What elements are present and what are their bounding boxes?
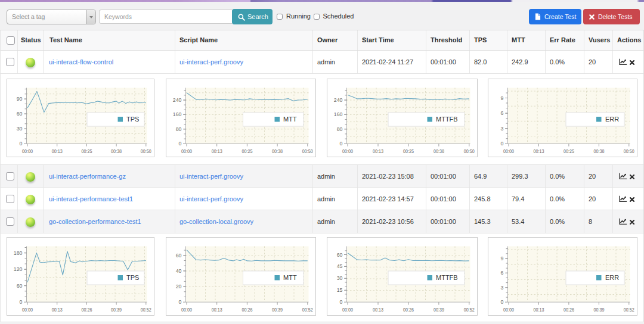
svg-text:00:38: 00:38	[272, 148, 283, 154]
svg-text:240: 240	[173, 97, 182, 103]
svg-text:00:50: 00:50	[141, 148, 151, 154]
svg-text:00:39: 00:39	[111, 307, 122, 313]
svg-text:00:25: 00:25	[81, 148, 92, 154]
svg-text:60: 60	[17, 283, 23, 289]
svg-text:00:52: 00:52	[464, 307, 475, 313]
svg-text:80: 80	[176, 126, 182, 132]
svg-text:00:25: 00:25	[403, 148, 414, 154]
svg-text:60: 60	[17, 111, 23, 117]
svg-text:0: 0	[20, 299, 23, 305]
svg-text:0: 0	[20, 141, 23, 147]
svg-text:00:13: 00:13	[373, 148, 383, 154]
svg-text:00:00: 00:00	[503, 148, 514, 154]
svg-text:00:00: 00:00	[342, 307, 353, 313]
svg-text:00:13: 00:13	[212, 307, 222, 313]
svg-text:00:00: 00:00	[503, 307, 514, 313]
svg-text:00:26: 00:26	[242, 307, 252, 313]
svg-text:0: 0	[501, 299, 504, 305]
svg-text:00:38: 00:38	[111, 148, 122, 154]
svg-text:180: 180	[14, 250, 23, 256]
svg-text:6: 6	[501, 270, 504, 276]
svg-text:00:13: 00:13	[373, 307, 383, 313]
svg-text:0: 0	[340, 299, 343, 305]
svg-text:45: 45	[337, 263, 343, 269]
svg-text:00:39: 00:39	[272, 307, 283, 313]
svg-text:00:13: 00:13	[534, 148, 544, 154]
svg-text:MTTFB: MTTFB	[436, 274, 458, 281]
svg-text:00:26: 00:26	[81, 307, 92, 313]
svg-text:00:13: 00:13	[212, 148, 222, 154]
svg-text:MTTFB: MTTFB	[436, 116, 458, 123]
svg-text:60: 60	[176, 253, 182, 258]
svg-text:00:50: 00:50	[302, 148, 313, 154]
svg-text:00:38: 00:38	[434, 148, 444, 154]
svg-text:0: 0	[340, 141, 343, 147]
svg-text:00:00: 00:00	[342, 148, 353, 154]
svg-text:MTT: MTT	[283, 116, 297, 123]
svg-text:00:26: 00:26	[403, 307, 414, 313]
svg-text:240: 240	[334, 97, 343, 103]
svg-text:MTT: MTT	[283, 274, 297, 281]
svg-text:00:52: 00:52	[141, 307, 151, 313]
svg-text:90: 90	[17, 96, 23, 102]
svg-text:0: 0	[501, 141, 504, 147]
svg-text:6: 6	[501, 110, 504, 116]
svg-text:120: 120	[14, 266, 23, 272]
svg-text:20: 20	[176, 284, 182, 289]
svg-text:00:25: 00:25	[564, 148, 574, 154]
svg-text:9: 9	[501, 256, 504, 261]
svg-text:00:00: 00:00	[181, 148, 192, 154]
svg-text:00:39: 00:39	[593, 307, 604, 313]
svg-text:9: 9	[501, 95, 504, 101]
svg-text:0: 0	[179, 299, 182, 305]
svg-text:00:50: 00:50	[464, 148, 475, 154]
svg-text:00:52: 00:52	[624, 307, 634, 313]
svg-text:00:13: 00:13	[52, 307, 63, 313]
svg-text:00:00: 00:00	[22, 148, 33, 154]
svg-text:40: 40	[176, 268, 182, 274]
svg-text:00:38: 00:38	[593, 148, 604, 154]
svg-text:60: 60	[337, 252, 343, 258]
svg-text:00:13: 00:13	[534, 307, 544, 313]
svg-text:30: 30	[337, 275, 343, 281]
svg-text:00:00: 00:00	[22, 307, 33, 313]
svg-text:00:25: 00:25	[242, 148, 252, 154]
svg-text:00:13: 00:13	[52, 148, 63, 154]
svg-text:TPS: TPS	[126, 274, 139, 281]
svg-text:3: 3	[501, 126, 504, 132]
svg-text:15: 15	[337, 287, 343, 293]
svg-text:00:26: 00:26	[564, 307, 574, 313]
svg-text:ERR: ERR	[605, 116, 619, 123]
svg-text:00:50: 00:50	[624, 148, 634, 154]
svg-text:00:52: 00:52	[302, 307, 313, 313]
svg-text:160: 160	[334, 111, 343, 117]
svg-text:ERR: ERR	[605, 274, 619, 281]
svg-text:0: 0	[179, 141, 182, 147]
svg-text:00:00: 00:00	[181, 307, 192, 313]
svg-text:3: 3	[501, 285, 504, 291]
svg-text:TPS: TPS	[126, 116, 139, 123]
svg-text:80: 80	[337, 126, 343, 132]
svg-text:30: 30	[17, 126, 23, 132]
svg-text:00:39: 00:39	[434, 307, 444, 313]
svg-text:160: 160	[173, 111, 182, 117]
